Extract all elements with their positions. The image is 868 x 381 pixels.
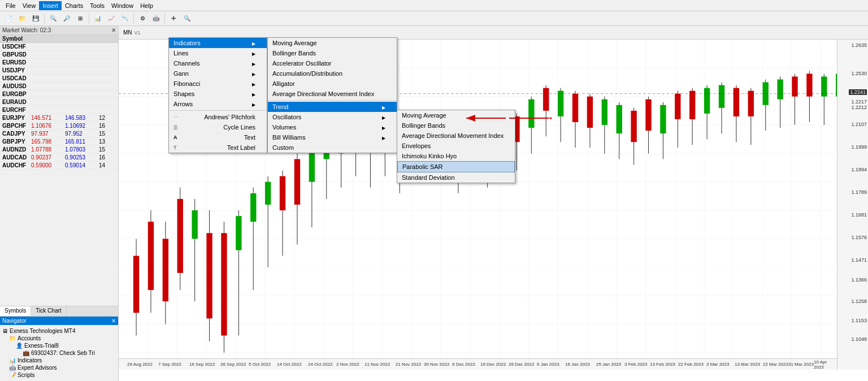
menu-window[interactable]: Window (108, 1, 137, 10)
nav-item-indicators[interactable]: 📊 Indicators (2, 357, 116, 364)
menu-item-volumes[interactable]: Volumes (268, 122, 397, 132)
submenu-arrow-icon (252, 60, 255, 67)
line-btn[interactable]: 📉 (119, 12, 131, 25)
menu-item-oscillators[interactable]: Oscillators (268, 112, 397, 122)
list-item[interactable]: AUDUSD (0, 83, 118, 90)
navigator-panel: Navigator ✕ 🖥 Exness Technologies MT4 📁 … (0, 316, 118, 381)
menu-item-trend-bb[interactable]: Bollinger Bands (397, 120, 515, 131)
symbol-list: USDCHF GBPUSD EURUSD USDJPY USDCAD AUDUS… (0, 43, 118, 306)
menu-item-indicators[interactable]: Indicators (169, 38, 267, 48)
menu-item-arrows[interactable]: Arrows (169, 99, 267, 109)
trend-submenu: Moving Average Bollinger Bands Average D… (397, 110, 515, 183)
menu-item-trend-envelopes[interactable]: Envelopes (397, 141, 515, 151)
menu-item-gann[interactable]: Gann (169, 68, 267, 79)
chart-area: MN V1 (119, 26, 868, 381)
list-item[interactable]: GBPJPY165.798165.81113 (0, 138, 118, 146)
menu-item-cyclelines[interactable]: ||| Cycle Lines (169, 122, 267, 132)
nav-item-exness-trial[interactable]: 👤 Exness-Trial8 (2, 342, 116, 349)
nav-item-expert-advisors[interactable]: 🤖 Expert Advisors (2, 364, 116, 371)
svg-rect-118 (734, 88, 739, 116)
zoom-out-btn[interactable]: 🔎 (60, 12, 73, 25)
text-icon: A (173, 135, 177, 140)
menubar: File View Insert Charts Tools Window Hel… (0, 0, 868, 11)
menu-item-textlabel[interactable]: T Text Label (169, 142, 267, 153)
fit-btn[interactable]: ⊞ (74, 12, 86, 25)
list-item[interactable]: EURJPY146.571146.58312 (0, 114, 118, 122)
navigator-close-icon[interactable]: ✕ (111, 318, 116, 324)
submenu-arrow-icon (252, 90, 255, 97)
menu-item-acc-dist[interactable]: Accumulation/Distribution (268, 68, 397, 79)
menu-help[interactable]: Help (137, 1, 157, 10)
zoom-in-btn[interactable]: 🔍 (47, 12, 59, 25)
menu-insert[interactable]: Insert (39, 1, 62, 10)
menu-item-bb[interactable]: Bollinger Bands (268, 48, 397, 58)
nav-item-account-detail[interactable]: 💼 69302437: Check Seb Tri (2, 349, 116, 357)
list-item[interactable]: AUDCHF0.590000.5901414 (0, 162, 118, 170)
menu-item-trend-parabolic[interactable]: Parabolic SAR (397, 161, 515, 172)
list-item[interactable]: AUDCAD0.902370.9025316 (0, 154, 118, 162)
list-item[interactable]: EURCHF (0, 106, 118, 114)
menu-view[interactable]: View (19, 1, 40, 10)
menu-item-channels[interactable]: Channels (169, 58, 267, 68)
list-item[interactable]: EURUSD (0, 59, 118, 67)
market-watch-title: Market Watch: 02:3 (2, 27, 51, 33)
list-item[interactable]: USDJPY (0, 67, 118, 75)
menu-item-custom[interactable]: Custom (268, 142, 397, 153)
menu-item-trend-ichimoku[interactable]: Ichimoku Kinko Hyo (397, 151, 515, 161)
list-item[interactable]: EURGBP (0, 90, 118, 98)
submenu-arrow-icon (252, 70, 255, 77)
menu-item-text[interactable]: A Text (169, 132, 267, 142)
expert-btn[interactable]: 🤖 (150, 12, 162, 25)
list-item[interactable]: EURAUD (0, 98, 118, 106)
pitchfork-icon: ⋯ (173, 114, 179, 120)
crosshair-btn[interactable]: ✛ (167, 12, 180, 25)
list-item[interactable]: AUDNZD1.077881.0780315 (0, 146, 118, 154)
menu-item-fibonacci[interactable]: Fibonacci (169, 79, 267, 89)
save-btn[interactable]: 💾 (29, 12, 42, 25)
nav-item-scripts[interactable]: 📝 Scripts (2, 371, 116, 379)
menu-item-bill-williams[interactable]: Bill Williams (268, 132, 397, 142)
menu-item-trend[interactable]: Trend (268, 102, 397, 112)
candle-btn[interactable]: 📈 (105, 12, 118, 25)
menu-item-shapes[interactable]: Shapes (169, 89, 267, 99)
list-item[interactable]: GBPUSD (0, 51, 118, 59)
menu-item-acc-osc[interactable]: Accelerator Oscillator (268, 58, 397, 68)
list-item[interactable]: USDCHF (0, 43, 118, 51)
menu-item-adx[interactable]: Average Directional Movement Index (268, 89, 397, 99)
svg-rect-120 (748, 91, 754, 116)
bar-chart-btn[interactable]: 📊 (92, 12, 104, 25)
open-btn[interactable]: 📁 (16, 12, 28, 25)
list-item[interactable]: USDCAD (0, 75, 118, 83)
tab-symbols[interactable]: Symbols (0, 306, 31, 316)
submenu-arrow-icon (252, 50, 255, 57)
svg-rect-36 (133, 256, 139, 313)
indicator-btn[interactable]: ⚙ (136, 12, 149, 25)
sep2 (89, 14, 89, 24)
search-btn[interactable]: 🔍 (181, 12, 193, 25)
svg-rect-126 (792, 76, 797, 96)
close-icon[interactable]: ✕ (111, 27, 116, 33)
list-item[interactable]: GBPCHF1.106761.1069216 (0, 122, 118, 130)
menu-charts[interactable]: Charts (62, 1, 86, 10)
svg-rect-94 (558, 91, 563, 116)
menu-file[interactable]: File (2, 1, 19, 10)
tab-tick-chart[interactable]: Tick Chart (31, 306, 66, 316)
menu-item-trend-stddev[interactable]: Standard Deviation (397, 172, 515, 183)
new-chart-btn[interactable]: 📄 (2, 12, 15, 25)
nav-item-mt4[interactable]: 🖥 Exness Technologies MT4 (2, 327, 116, 335)
menu-item-trend-adx[interactable]: Average Directional Movement Index (397, 131, 515, 141)
menu-item-alligator[interactable]: Alligator (268, 79, 397, 89)
menu-item-ma[interactable]: Moving Average (268, 38, 397, 48)
menu-item-trend-ma[interactable]: Moving Average (397, 110, 515, 120)
menu-separator (268, 100, 397, 101)
indicators-icon: 📊 (9, 357, 16, 363)
menu-item-lines[interactable]: Lines (169, 48, 267, 58)
svg-rect-40 (163, 239, 168, 301)
symbol-list-header: Symbol (0, 35, 118, 43)
menu-item-andrews[interactable]: ⋯ Andrews' Pitchfork (169, 112, 267, 122)
left-panel: Market Watch: 02:3 ✕ Symbol USDCHF GBPUS… (0, 26, 119, 381)
nav-item-accounts[interactable]: 📁 Accounts (2, 335, 116, 342)
submenu-arrow-icon (252, 80, 255, 87)
list-item[interactable]: CADJPY97.93797.95215 (0, 130, 118, 138)
menu-tools[interactable]: Tools (86, 1, 108, 10)
